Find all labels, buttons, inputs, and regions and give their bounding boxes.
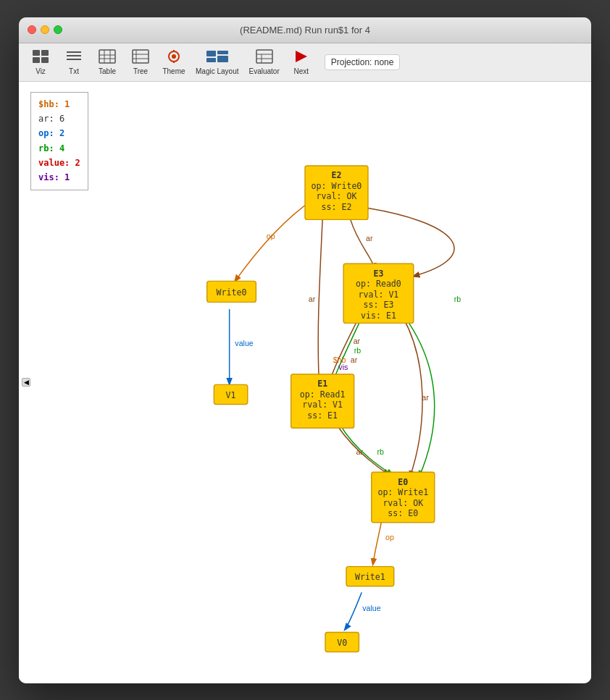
maximize-button[interactable] <box>54 25 62 34</box>
svg-text:op: op <box>385 532 394 541</box>
svg-rect-7 <box>99 50 115 63</box>
svg-text:E0: E0 <box>398 476 408 486</box>
tree-button[interactable]: Tree <box>125 46 156 78</box>
svg-rect-2 <box>33 57 40 63</box>
title-bar: (README.md) Run run$1 for 4 <box>19 17 591 43</box>
tree-label: Tree <box>133 67 148 75</box>
svg-text:Write1: Write1 <box>355 571 385 581</box>
svg-text:op: Read0: op: Read0 <box>356 279 401 289</box>
svg-text:rval: OK: rval: OK <box>383 497 423 507</box>
minimize-button[interactable] <box>41 25 49 34</box>
svg-text:ar: ar <box>351 355 358 364</box>
legend-hb: $hb: 1 <box>38 99 70 109</box>
viz-icon <box>32 49 49 66</box>
svg-text:V1: V1 <box>226 389 236 400</box>
svg-rect-23 <box>217 56 228 62</box>
svg-text:ss: E1: ss: E1 <box>307 410 338 420</box>
table-button[interactable]: Table <box>91 46 123 78</box>
legend-ar: ar: 6 <box>38 114 64 124</box>
svg-text:E2: E2 <box>332 170 342 180</box>
viz-button[interactable]: Viz <box>25 46 57 78</box>
txt-label: Txt <box>69 67 79 75</box>
svg-rect-21 <box>206 58 216 62</box>
projection-badge[interactable]: Projection: none <box>325 54 401 70</box>
svg-text:rval: V1: rval: V1 <box>359 289 399 299</box>
svg-text:vis: E1: vis: E1 <box>361 310 396 320</box>
svg-text:rval: V1: rval: V1 <box>302 400 343 410</box>
svg-text:ss: E2: ss: E2 <box>322 201 352 211</box>
svg-text:ar: ar <box>422 392 429 401</box>
svg-text:rval: OK: rval: OK <box>317 191 357 201</box>
svg-text:rb: rb <box>454 295 461 303</box>
svg-text:E1: E1 <box>317 379 327 389</box>
legend-rb: rb: 4 <box>38 143 64 153</box>
evaluator-icon <box>256 49 273 66</box>
next-button[interactable]: Next <box>285 46 317 78</box>
svg-rect-22 <box>217 51 228 54</box>
svg-text:ar: ar <box>354 337 361 345</box>
theme-button[interactable]: Theme <box>158 46 190 78</box>
legend-vis: vis: 1 <box>38 172 70 182</box>
svg-text:vis: vis <box>338 363 348 371</box>
svg-rect-3 <box>41 57 49 63</box>
svg-text:op: op <box>267 232 275 240</box>
svg-text:ar: ar <box>366 234 373 243</box>
table-label: Table <box>99 67 116 75</box>
svg-rect-12 <box>133 50 149 63</box>
magic-layout-button[interactable]: Magic Layout <box>191 46 243 78</box>
toolbar: Viz Txt Table Tree Theme <box>19 43 591 82</box>
close-button[interactable] <box>28 25 36 34</box>
txt-button[interactable]: Txt <box>58 46 90 78</box>
svg-text:value: value <box>235 339 253 347</box>
evaluator-button[interactable]: Evaluator <box>244 46 283 78</box>
svg-rect-1 <box>41 50 49 56</box>
svg-text:op: Read1: op: Read1 <box>300 389 346 399</box>
svg-text:ss: E0: ss: E0 <box>388 508 418 518</box>
evaluator-label: Evaluator <box>248 67 279 75</box>
magic-layout-label: Magic Layout <box>196 67 238 75</box>
legend-op: op: 2 <box>38 128 64 138</box>
svg-text:ss: E3: ss: E3 <box>364 300 394 310</box>
main-content: $hb: 1 ar: 6 op: 2 rb: 4 value: 2 vis: 1… <box>19 82 591 683</box>
svg-rect-20 <box>206 51 216 56</box>
magic-layout-icon <box>206 49 229 66</box>
svg-point-17 <box>172 54 176 59</box>
theme-label: Theme <box>162 67 185 75</box>
svg-rect-24 <box>256 50 272 63</box>
svg-text:value: value <box>362 604 380 612</box>
collapse-button[interactable]: ◀ <box>22 378 30 387</box>
app-window: (README.md) Run run$1 for 4 Viz Txt Tabl… <box>19 17 591 683</box>
svg-text:op: Write1: op: Write1 <box>377 487 428 497</box>
svg-text:Write0: Write0 <box>217 287 247 297</box>
legend-box: $hb: 1 ar: 6 op: 2 rb: 4 value: 2 vis: 1 <box>30 92 88 190</box>
svg-text:E3: E3 <box>373 268 383 278</box>
svg-text:rb: rb <box>377 447 385 456</box>
viz-label: Viz <box>35 67 46 75</box>
txt-icon <box>65 49 83 66</box>
traffic-lights <box>28 25 62 34</box>
svg-text:V0: V0 <box>337 637 347 647</box>
tree-icon <box>132 49 149 66</box>
svg-text:ar: ar <box>309 295 316 303</box>
svg-text:op: Write0: op: Write0 <box>312 180 362 190</box>
next-icon <box>293 49 310 66</box>
svg-rect-0 <box>33 50 40 56</box>
svg-marker-28 <box>296 51 307 62</box>
table-icon <box>99 49 116 66</box>
svg-text:rb: rb <box>354 345 362 354</box>
window-title: (README.md) Run run$1 for 4 <box>240 25 370 35</box>
theme-icon <box>165 49 183 66</box>
legend-value: value: 2 <box>38 158 80 168</box>
next-label: Next <box>293 67 309 75</box>
graph-svg: ar op value ar ar rb ar rb $hb <box>19 82 591 683</box>
